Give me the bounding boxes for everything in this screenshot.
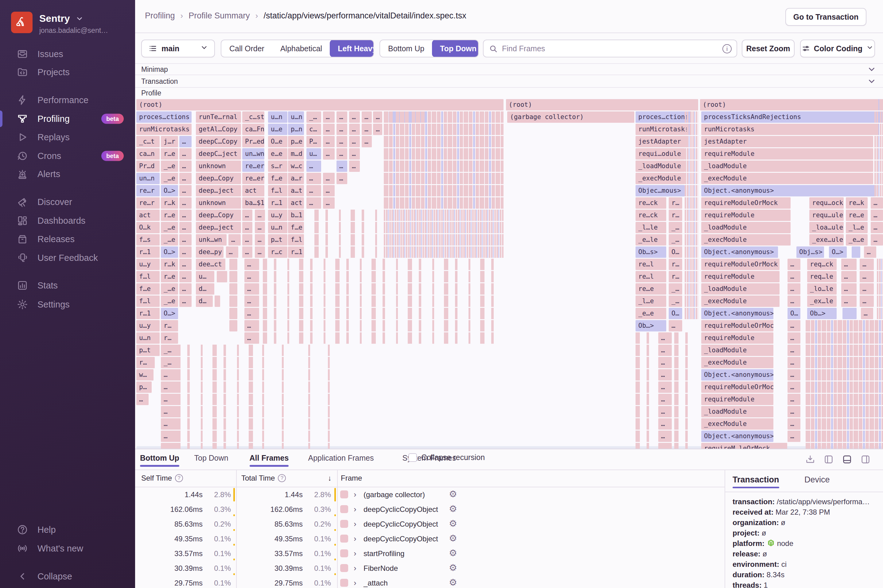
flamegraph-frame[interactable]: unk…wn [196,234,227,246]
flamegraph-frame[interactable]: … [179,271,192,282]
flamegraph-frame[interactable]: Objec…mous> [635,185,685,196]
flamegraph-frame[interactable]: unknown [196,197,241,208]
flamegraph-frame[interactable]: … [245,259,259,270]
flamegraph-frame[interactable]: … [787,394,800,405]
flamegraph-frame[interactable]: … [336,124,347,135]
expand-chevron-icon[interactable]: › [354,534,356,543]
flamegraph-frame[interactable]: … [306,185,321,196]
flamegraph-frame[interactable]: r… [669,271,682,282]
flamegraph[interactable]: (root)(root)(root)proces…ctionsrunTe…rna… [136,98,883,448]
flamegraph-frame[interactable]: un…wn [242,148,264,160]
flamegraph-frame[interactable]: … [255,246,265,258]
flamegraph-frame[interactable]: … [787,271,800,282]
sidebar-item-projects[interactable]: Projects [0,63,135,81]
flamegraph-frame[interactable]: … [245,296,259,307]
flamegraph-frame[interactable]: Pr…ed [242,136,264,147]
flamegraph-frame[interactable]: r…e [161,148,178,160]
flamegraph-frame[interactable]: … [658,369,672,381]
flamegraph-frame[interactable]: r…k [161,197,178,208]
sort-option-call-order[interactable]: Call Order [221,40,272,57]
flamegraph-frame[interactable]: _execModule [701,418,773,430]
flamegraph-frame[interactable]: r… [669,259,682,270]
flamegraph-frame[interactable]: … [179,234,192,246]
flamegraph-frame[interactable]: re…r [136,185,160,196]
flamegraph-frame[interactable]: … [161,381,178,393]
flamegraph-frame[interactable]: … [228,234,241,246]
flamegraph-frame[interactable]: deepC…Copy [196,136,241,147]
flamegraph-frame[interactable]: … [787,283,800,295]
view-option-top-down[interactable]: Top Down [432,40,479,57]
flamegraph-frame[interactable]: … [136,394,149,405]
flamegraph-frame[interactable]: p…n [288,124,304,135]
flamegraph-frame[interactable] [217,271,227,282]
flamegraph-frame[interactable]: ca…n [136,148,160,160]
flamegraph-frame[interactable]: … [860,283,874,295]
flamegraph-frame[interactable]: requ…ock [809,197,844,208]
flamegraph-frame[interactable]: … [841,271,857,282]
flamegraph-frame[interactable]: _execModule [701,357,773,368]
flamegraph-frame[interactable]: runMicrotasks [635,124,691,135]
flamegraph-frame[interactable]: _…e [161,234,178,246]
flamegraph-frame[interactable]: … [323,173,335,184]
table-row[interactable]: 49.35ms0.1%49.35ms0.1%⚙›deepCyclicCopyOb… [135,531,725,546]
flamegraph-frame[interactable]: u… [306,148,321,160]
flamegraph-frame[interactable]: re…e [635,283,666,295]
flamegraph-frame[interactable]: re…l [635,271,666,282]
sidebar-item-crons[interactable]: Cronsbeta [0,147,135,165]
flamegraph-frame[interactable]: u…n [268,222,287,233]
gear-icon[interactable]: ⚙ [449,562,457,573]
flamegraph-frame[interactable]: r…1 [136,308,160,319]
flamegraph-frame[interactable]: p… [136,381,152,393]
flamegraph-frame[interactable]: getAl…Copy [196,124,241,135]
flamegraph-frame[interactable]: _loadModule [635,160,685,172]
flamegraph-frame[interactable]: Ob…> [635,320,666,332]
flamegraph-frame[interactable]: u…n [136,332,160,344]
flamegraph-frame[interactable] [842,308,857,319]
flamegraph-frame[interactable]: O…> [161,308,178,319]
flamegraph-frame[interactable]: … [658,345,672,356]
flamegraph-frame[interactable]: _loadModule [701,283,779,295]
go-to-transaction-button[interactable]: Go to Transaction [785,8,866,26]
flamegraph-frame[interactable]: re…ck [635,197,666,208]
flamegraph-frame[interactable]: _… [669,234,682,246]
flamegraph-frame[interactable]: … [787,345,800,356]
flamegraph-frame[interactable]: … [179,185,192,196]
sidebar-item-what-s-new[interactable]: What's new [0,539,135,558]
flamegraph-frame[interactable]: … [179,246,192,258]
flamegraph-frame[interactable]: re…er [242,173,264,184]
flamegraph-frame[interactable]: Object.<anonymous> [701,369,773,381]
flamegraph-frame[interactable]: deep…Copy [196,173,241,184]
flamegraph-frame[interactable]: … [860,271,874,282]
flamegraph-frame[interactable]: r…1 [136,246,160,258]
flamegraph-frame[interactable]: _l…le [635,222,666,233]
flamegraph-frame[interactable]: _…e [161,222,178,233]
flamegraph-frame[interactable]: … [841,259,857,270]
flamegraph-frame[interactable]: act [136,210,160,221]
flamegraph-frame[interactable]: … [362,124,372,135]
flamegraph-frame[interactable]: re…e [846,210,868,221]
flamegraph-frame[interactable]: _e…e [635,308,666,319]
flamegraph-frame[interactable]: deep…ject [196,222,241,233]
flamegraph-frame[interactable]: … [871,234,883,246]
breadcrumb-item[interactable]: Profile Summary [189,11,250,20]
expand-chevron-icon[interactable]: › [354,519,356,529]
details-tab-device[interactable]: Device [804,475,830,484]
flamegraph-frame[interactable]: … [323,136,335,147]
flamegraph-frame[interactable]: … [864,246,876,258]
flamegraph-frame[interactable]: … [242,234,252,246]
flamegraph-frame[interactable]: dee…py [196,246,224,258]
flamegraph-frame[interactable] [229,320,237,332]
flamegraph-frame[interactable]: _lo…le [807,283,836,295]
view-option-bottom-up[interactable]: Bottom Up [380,40,432,57]
color-coding-button[interactable]: Color Coding [800,40,875,57]
sort-option-left-heavy[interactable]: Left Heavy [330,40,374,57]
flamegraph-frame[interactable]: requireModuleOrMock [701,197,791,208]
flamegraph-frame[interactable]: … [336,148,347,160]
flamegraph-frame[interactable]: dee…ct [196,259,225,270]
flamegraph-frame[interactable]: O… [669,246,682,258]
flamegraph-frame[interactable]: _execModule [701,173,873,184]
flamegraph-frame[interactable]: … [323,197,335,208]
flamegraph-frame[interactable]: requireModule [701,332,773,344]
flamegraph-frame[interactable]: m…d [288,148,304,160]
flamegraph-frame[interactable]: … [787,332,800,344]
